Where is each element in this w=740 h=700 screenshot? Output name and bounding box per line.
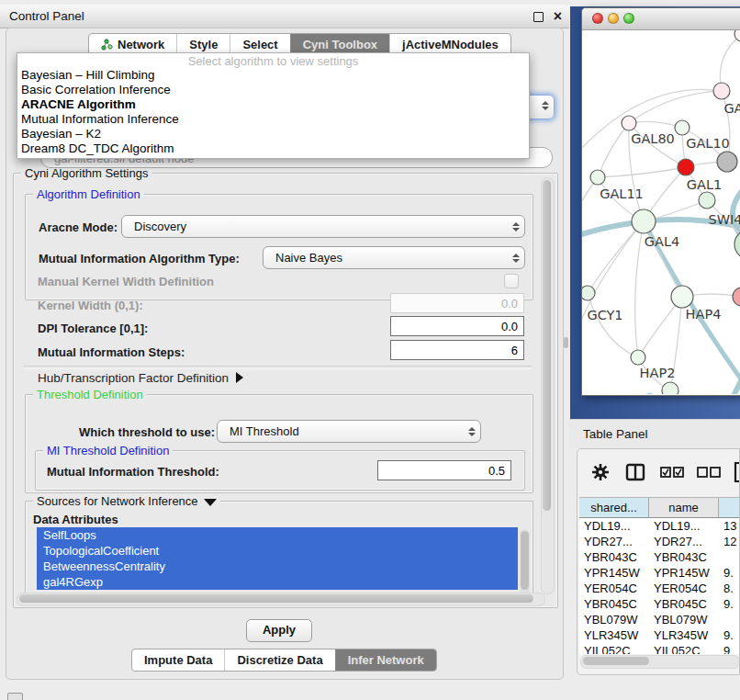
network-node-label: GCY1 (587, 308, 622, 322)
table-panel: shared...nameA YDL19...YDL19...13YDR27..… (577, 448, 740, 675)
table-cell: 9. (719, 627, 740, 643)
threshold-definition-group: Threshold Definition Which threshold to … (25, 394, 533, 493)
table-row[interactable]: YER054CYER054C8. (579, 581, 740, 596)
network-node[interactable] (717, 152, 737, 172)
algorithm-option[interactable]: ARACNE Algorithm (17, 97, 529, 112)
apply-button[interactable]: Apply (246, 619, 312, 642)
dpi-tolerance-field[interactable]: 0.0 (390, 316, 524, 336)
mi-threshold-definition-title: MI Threshold Definition (43, 444, 173, 457)
control-panel-titlebar: Control Panel × (0, 5, 569, 28)
clear-selection-checkboxes-icon[interactable] (697, 467, 721, 479)
network-edge (598, 167, 686, 177)
which-threshold-combo[interactable]: MI Threshold (217, 420, 481, 443)
which-threshold-label: Which threshold to use: (79, 425, 215, 439)
select-all-checkboxes-icon[interactable] (660, 467, 684, 479)
close-icon[interactable]: × (554, 6, 562, 27)
kernel-width-field[interactable]: 0.0 (390, 293, 524, 313)
minimize-traffic-light-icon[interactable] (608, 13, 619, 24)
settings-gear-icon[interactable] (590, 462, 611, 482)
table-panel-titlebar: Table Panel (569, 419, 740, 448)
manual-kernel-width-checkbox[interactable] (504, 274, 519, 288)
network-node[interactable] (631, 350, 645, 365)
algorithm-dropdown-list: Select algorithm to view settings Bayesi… (17, 52, 530, 159)
network-node[interactable] (675, 120, 690, 135)
table-horizontal-scrollbar[interactable] (580, 655, 740, 669)
data-attribute-item[interactable]: gal4RGexp (37, 574, 518, 590)
splitter-handle[interactable] (564, 337, 568, 348)
hub-definition-toggle[interactable]: Hub/Transcription Factor Definition (38, 371, 243, 385)
close-traffic-light-icon[interactable] (592, 13, 603, 24)
aracne-mode-combo[interactable]: Discovery (121, 215, 525, 238)
network-node[interactable] (622, 116, 636, 130)
zoom-traffic-light-icon[interactable] (623, 13, 634, 24)
table-row[interactable]: YLR345WYLR345W9. (579, 627, 740, 643)
network-node-label: GAL4 (645, 234, 679, 249)
network-edge (629, 91, 722, 123)
algorithm-option[interactable]: Bayesian – K2 (17, 127, 529, 141)
table-cell: YDR27... (579, 534, 649, 549)
data-attribute-item[interactable]: TopologicalCoefficient (37, 543, 518, 559)
mi-threshold-field[interactable]: 0.5 (377, 460, 511, 480)
algorithm-option[interactable]: Mutual Information Inference (17, 112, 529, 127)
tab-discretize-data[interactable]: Discretize Data (224, 649, 334, 671)
table-cell: YBR043C (579, 549, 649, 565)
table-row[interactable]: YIL052CYIL052C9 (579, 643, 740, 654)
settings-horizontal-scrollbar[interactable] (17, 593, 545, 606)
network-node-label: GAL (723, 101, 740, 116)
network-node[interactable] (713, 83, 730, 99)
network-edge (644, 221, 682, 297)
table-cell: YBR045C (579, 596, 649, 612)
column-header[interactable]: A (719, 498, 740, 518)
network-node-label: GAL11 (600, 186, 644, 201)
mi-steps-label: Mutual Information Steps: (38, 345, 185, 359)
attributes-scrollbar[interactable] (520, 529, 530, 595)
table-row[interactable]: YPR145WYPR145W9. (579, 565, 740, 581)
sources-group-title[interactable]: Sources for Network Inference (33, 494, 220, 508)
table-row[interactable]: YBL079WYBL079W (579, 612, 740, 627)
network-node[interactable] (733, 288, 740, 306)
minimized-panel-icon[interactable] (7, 693, 23, 700)
network-canvas[interactable]: GALGAL80GAL10GAL1GAL11SWI4GAL4GCY1HAP4YH… (582, 30, 740, 394)
function-builder-icon[interactable] (734, 461, 740, 483)
table-cell: YPR145W (579, 565, 649, 581)
algorithm-option[interactable]: Bayesian – Hill Climbing (17, 68, 529, 83)
column-header[interactable]: name (649, 498, 719, 518)
data-attribute-item[interactable]: BetweennessCentrality (37, 559, 518, 574)
network-node[interactable] (632, 209, 656, 233)
table-cell: YDL19... (579, 518, 649, 534)
network-node-label: HAP2 (640, 366, 676, 380)
tab-impute-data[interactable]: Impute Data (132, 649, 224, 671)
combo-arrows-icon (464, 427, 480, 436)
desktop-background: GALGAL80GAL10GAL1GAL11SWI4GAL4GCY1HAP4YH… (570, 6, 740, 419)
network-node[interactable] (699, 192, 715, 209)
table-cell: 12 (719, 534, 740, 549)
network-node[interactable] (582, 286, 595, 300)
network-node[interactable] (671, 286, 693, 308)
table-row[interactable]: YDR27...YDR27...12 (579, 534, 740, 549)
table-cell: YER054C (649, 581, 719, 596)
table-row[interactable]: YDL19...YDL19...13 (579, 518, 740, 534)
mi-type-combo[interactable]: Naive Bayes (263, 246, 525, 269)
node-table: shared...nameA YDL19...YDL19...13YDR27..… (579, 497, 740, 654)
settings-vertical-scrollbar[interactable] (541, 177, 555, 594)
algorithm-option[interactable]: Dream8 DC_TDC Algorithm (17, 141, 529, 156)
table-cell: YIL052C (579, 643, 649, 654)
table-row[interactable]: YBR045CYBR045C9. (579, 596, 740, 612)
network-view-window: GALGAL80GAL10GAL1GAL11SWI4GAL4GCY1HAP4YH… (581, 7, 740, 396)
data-attribute-item[interactable]: SelfLoops (37, 527, 518, 543)
table-cell: YBL079W (579, 612, 649, 627)
cyni-mode-tab-bar: Impute Data Discretize Data Infer Networ… (131, 649, 437, 672)
network-node[interactable] (590, 170, 605, 185)
table-row[interactable]: YBR043CYBR043C (579, 549, 740, 565)
network-node[interactable] (662, 382, 678, 394)
algorithm-option[interactable]: Basic Correlation Inference (17, 83, 529, 97)
split-view-icon[interactable] (625, 463, 645, 481)
tab-infer-network[interactable]: Infer Network (335, 649, 436, 671)
mi-steps-field[interactable]: 6 (390, 340, 524, 360)
column-header[interactable]: shared... (579, 498, 649, 518)
table-panel-toolbar (577, 449, 739, 495)
float-window-icon[interactable] (533, 12, 544, 22)
table-cell (719, 549, 740, 565)
table-cell: YER054C (579, 581, 649, 596)
network-node[interactable] (678, 159, 694, 175)
